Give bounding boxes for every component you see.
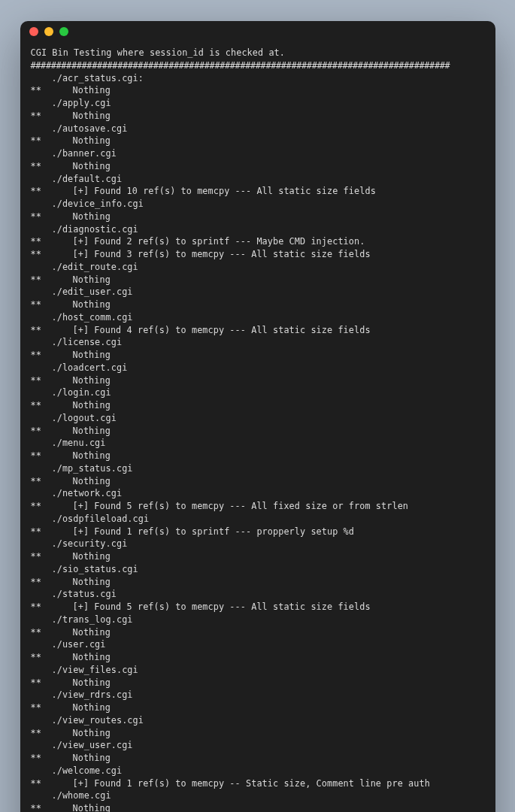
star-prefix: ** <box>31 550 73 563</box>
result-line: **[+] Found 3 ref(s) to memcpy --- All s… <box>31 248 485 261</box>
star-prefix: ** <box>31 626 73 639</box>
result-text: [+] Found 3 ref(s) to memcpy --- All sta… <box>73 249 371 259</box>
result-line: **[+] Found 4 ref(s) to memcpy --- All s… <box>31 324 485 337</box>
result-line: **Nothing <box>31 701 485 714</box>
star-prefix: ** <box>31 185 73 198</box>
result-text: Nothing <box>73 551 111 562</box>
result-text: Nothing <box>73 299 111 310</box>
star-prefix: ** <box>31 110 73 123</box>
file-entry: ./host_comm.cgi <box>31 311 485 324</box>
file-entry: ./view_rdrs.cgi <box>31 689 485 701</box>
file-entry: ./status.cgi <box>31 588 485 601</box>
result-line: **Nothing <box>31 374 485 387</box>
file-entry: ./autosave.cgi <box>31 123 485 135</box>
result-line: **Nothing <box>31 802 485 812</box>
file-path: ./login.cgi <box>31 386 111 399</box>
file-path: ./host_comm.cgi <box>31 311 133 324</box>
star-prefix: ** <box>31 802 73 812</box>
file-path: ./edit_route.cgi <box>31 261 138 274</box>
file-entry: ./security.cgi <box>31 538 485 550</box>
file-path: ./security.cgi <box>31 538 128 550</box>
result-line: **Nothing <box>31 349 485 362</box>
result-text: [+] Found 10 ref(s) to memcpy --- All st… <box>73 186 376 196</box>
result-line: **Nothing <box>31 550 485 563</box>
star-prefix: ** <box>31 500 73 513</box>
result-line: **Nothing <box>31 84 485 97</box>
result-text: Nothing <box>73 476 111 486</box>
star-prefix: ** <box>31 701 73 714</box>
result-text: Nothing <box>73 350 111 360</box>
file-path: ./osdpfileload.cgi <box>31 513 150 526</box>
star-prefix: ** <box>31 475 73 488</box>
result-line: **Nothing <box>31 727 485 740</box>
result-line: **Nothing <box>31 626 485 639</box>
result-text: Nothing <box>73 426 111 436</box>
file-entry: ./view_user.cgi <box>31 739 485 752</box>
file-path: ./menu.cgi <box>31 437 106 450</box>
file-entry: ./acr_status.cgi: <box>31 72 485 85</box>
result-text: Nothing <box>73 627 111 638</box>
file-path: ./view_user.cgi <box>31 739 133 752</box>
result-line: **[+] Found 2 ref(s) to sprintf --- Mayb… <box>31 235 485 248</box>
result-text: Nothing <box>73 400 111 411</box>
terminal-window: CGI Bin Testing where session_id is chec… <box>20 21 495 812</box>
file-entry: ./diagnostic.cgi <box>31 223 485 236</box>
result-text: Nothing <box>73 753 111 763</box>
result-text: Nothing <box>73 274 111 285</box>
result-line: **Nothing <box>31 576 485 589</box>
file-path: ./edit_user.cgi <box>31 286 133 298</box>
file-entry: ./edit_user.cgi <box>31 286 485 298</box>
star-prefix: ** <box>31 450 73 462</box>
file-entry: ./mp_status.cgi <box>31 462 485 475</box>
result-line: **Nothing <box>31 752 485 765</box>
result-line: **Nothing <box>31 677 485 689</box>
file-entry: ./osdpfileload.cgi <box>31 513 485 526</box>
file-entry: ./logout.cgi <box>31 412 485 425</box>
file-entry: ./loadcert.cgi <box>31 362 485 374</box>
file-entry: ./whome.cgi <box>31 789 485 802</box>
file-entry: ./network.cgi <box>31 487 485 500</box>
file-path: ./device_info.cgi <box>31 198 144 211</box>
file-entry: ./login.cgi <box>31 386 485 399</box>
result-line: **Nothing <box>31 651 485 664</box>
result-text: [+] Found 2 ref(s) to sprintf --- Maybe … <box>73 236 365 247</box>
file-entry: ./menu.cgi <box>31 437 485 450</box>
star-prefix: ** <box>31 601 73 614</box>
result-text: Nothing <box>73 728 111 738</box>
output-separator: ########################################… <box>31 59 485 72</box>
file-path: ./default.cgi <box>31 173 123 186</box>
minimize-icon[interactable] <box>44 27 53 36</box>
result-text: [+] Found 1 ref(s) to memcpy -- Static s… <box>73 778 430 789</box>
result-line: **Nothing <box>31 135 485 147</box>
result-text: Nothing <box>73 111 111 121</box>
star-prefix: ** <box>31 576 73 589</box>
close-icon[interactable] <box>29 27 38 36</box>
result-text: Nothing <box>73 677 111 688</box>
file-path: ./view_routes.cgi <box>31 714 144 727</box>
file-entry: ./device_info.cgi <box>31 198 485 211</box>
file-path: ./license.cgi <box>31 336 123 349</box>
result-text: [+] Found 1 ref(s) to sprintf --- proppe… <box>73 526 355 537</box>
file-entry: ./view_routes.cgi <box>31 714 485 727</box>
result-line: **Nothing <box>31 160 485 173</box>
star-prefix: ** <box>31 727 73 740</box>
result-line: **[+] Found 1 ref(s) to memcpy -- Static… <box>31 777 485 790</box>
file-path: ./welcome.cgi <box>31 765 123 777</box>
output-header: CGI Bin Testing where session_id is chec… <box>31 47 485 59</box>
star-prefix: ** <box>31 425 73 438</box>
result-text: Nothing <box>73 450 111 461</box>
result-text: [+] Found 5 ref(s) to memcpy --- All sta… <box>73 601 371 612</box>
star-prefix: ** <box>31 526 73 538</box>
result-line: **Nothing <box>31 274 485 286</box>
file-entry: ./edit_route.cgi <box>31 261 485 274</box>
star-prefix: ** <box>31 248 73 261</box>
file-entry: ./trans_log.cgi <box>31 614 485 626</box>
file-path: ./apply.cgi <box>31 97 111 110</box>
file-path: ./mp_status.cgi <box>31 462 133 475</box>
maximize-icon[interactable] <box>59 27 68 36</box>
file-path: ./user.cgi <box>31 638 106 651</box>
result-text: Nothing <box>73 375 111 386</box>
result-text: Nothing <box>73 803 111 812</box>
star-prefix: ** <box>31 752 73 765</box>
file-path: ./autosave.cgi <box>31 123 128 135</box>
